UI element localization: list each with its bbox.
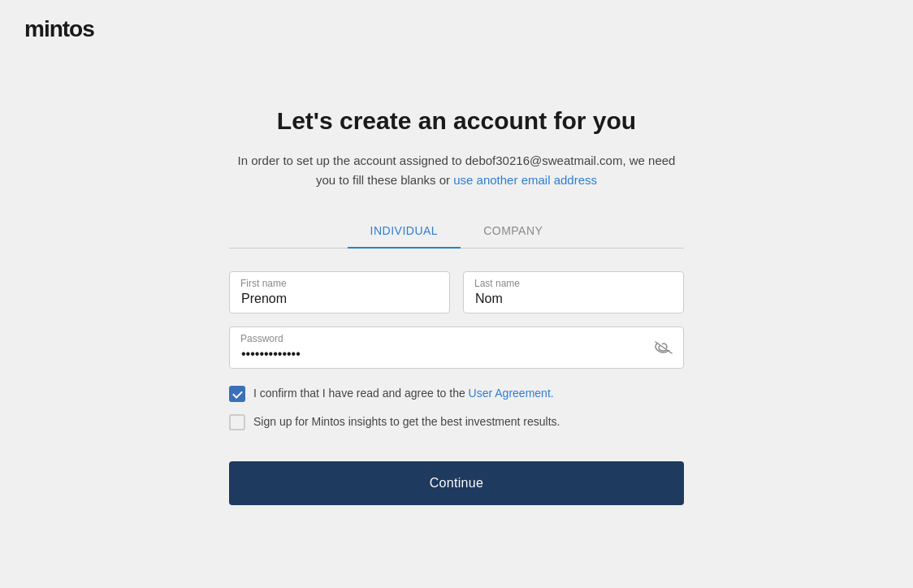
first-name-input[interactable] [229, 271, 450, 313]
agreement-label: I confirm that I have read and agree to … [253, 385, 554, 402]
name-row: First name Last name [229, 271, 684, 313]
use-another-email-link[interactable]: use another email address [453, 173, 597, 187]
insights-checkbox-group: Sign up for Mintos insights to get the b… [229, 413, 684, 430]
password-group: Password [229, 326, 684, 369]
last-name-group: Last name [463, 271, 684, 313]
password-input[interactable] [229, 326, 684, 369]
toggle-password-icon[interactable] [655, 341, 673, 354]
insights-checkbox[interactable] [229, 414, 245, 430]
insights-label: Sign up for Mintos insights to get the b… [253, 413, 560, 430]
continue-button[interactable]: Continue [229, 461, 684, 505]
first-name-group: First name [229, 271, 450, 313]
header: mintos [0, 0, 913, 58]
main-container: Let's create an account for you In order… [0, 58, 913, 505]
agreement-checkbox[interactable] [229, 386, 245, 402]
user-agreement-link[interactable]: User Agreement. [469, 387, 554, 400]
last-name-input[interactable] [463, 271, 684, 313]
page-title: Let's create an account for you [229, 107, 684, 135]
logo: mintos [24, 16, 889, 42]
agreement-checkbox-group: I confirm that I have read and agree to … [229, 385, 684, 402]
subtitle: In order to set up the account assigned … [229, 151, 684, 190]
tabs: INDIVIDUAL COMPANY [229, 216, 684, 249]
tab-company[interactable]: COMPANY [461, 216, 565, 249]
tab-individual[interactable]: INDIVIDUAL [348, 216, 461, 249]
form-card: Let's create an account for you In order… [229, 107, 684, 505]
